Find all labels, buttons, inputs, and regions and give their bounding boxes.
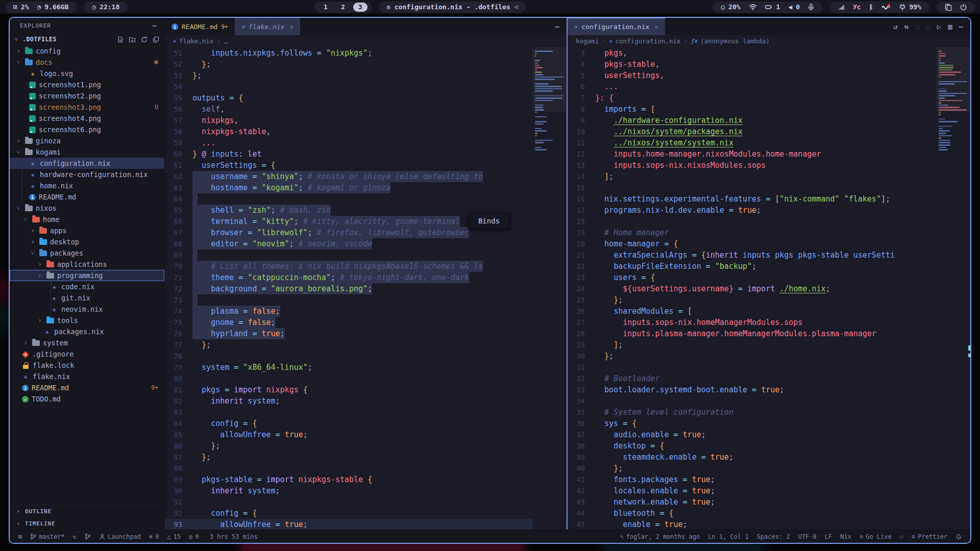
close-icon[interactable]: × [654,23,658,31]
next-change-icon[interactable]: ◌ [926,22,930,31]
code-line-61[interactable]: 61 userSettings = { [165,160,567,171]
status-encoding[interactable]: UTF-8 [795,530,820,543]
code-line-92[interactable]: 92 config = { [165,508,567,519]
timeline-section[interactable]: › TIMELINE [10,517,164,530]
code-line-59[interactable]: 59 ... [165,137,567,148]
code-line-53[interactable]: 53}; [165,70,567,81]
code-line-27[interactable]: 27 inputs.sops-nix.homeManagerModules.so… [568,317,970,328]
minimap-slider[interactable] [937,47,969,111]
tree-item-flake.lock[interactable]: flake.lock [10,360,164,371]
code-line-55[interactable]: 55outputs = { [165,92,567,104]
code-line-70[interactable]: 70 # List all themes: $ nix build nixpkg… [165,261,567,272]
tree-item-logo.svg[interactable]: ✳logo.svg [10,68,164,79]
code-line-32[interactable]: 32 # Bootloader [568,373,970,384]
code-line-10[interactable]: 10 ../nixos/system/packages.nix [568,126,970,137]
code-line-43[interactable]: 43 network.enable = true; [568,496,970,508]
code-line-4[interactable]: 4 pkgs-stable, [568,59,970,70]
wifi-icon[interactable] [749,4,757,10]
plug-icon[interactable]: 99% [899,3,921,11]
code-line-22[interactable]: 22 backupFileExtension = "backup"; [568,261,970,272]
code-line-86[interactable]: 86 }; [165,440,567,452]
status-language-mode[interactable]: Nix [837,530,855,543]
code-line-24[interactable]: 24 ${userSettings.username} = import ./h… [568,283,970,294]
status-source-control-compare[interactable] [81,530,94,543]
tree-item-config[interactable]: ›config [10,45,164,57]
code-line-87[interactable]: 87 }; [165,452,567,463]
tree-item-programming[interactable]: ˅programming [10,270,164,281]
status-github[interactable]: ⚇ [896,530,907,543]
code-line-26[interactable]: 26 sharedModules = [ [568,306,970,317]
status-go-live[interactable]: ⊙Go Live [856,530,895,543]
breadcrumb-item[interactable]: ✳flake.nix [173,37,213,45]
code-line-82[interactable]: 82 inherit system; [165,395,567,407]
tree-item-packages[interactable]: ˅packages [10,247,164,259]
run-icon[interactable]: ▷ [937,22,941,31]
workspace-1[interactable]: 1 [318,3,333,12]
code-line-44[interactable]: 44 bluetooth = { [568,508,970,519]
new-file-icon[interactable] [117,36,124,43]
code-line-3[interactable]: 3 pkgs, [568,47,970,59]
code-line-15[interactable]: 15 [568,182,970,193]
code-line-13[interactable]: 13 inputs.sops-nix.nixosModules.sops [568,160,970,171]
code-line-68[interactable]: 68 editor = "neovim"; # neovim, vscode [165,238,567,249]
status-prettier[interactable]: ⊘Prettier [908,530,951,543]
tree-item-code.nix[interactable]: ✳code.nix [10,281,164,292]
keyboard-layout-icon[interactable]: Ус [853,3,861,11]
code-line-14[interactable]: 14 ]; [568,171,970,182]
code-line-78[interactable]: 78 [165,350,567,362]
status-warnings[interactable]: △15 [164,530,185,543]
status-git-sync[interactable]: ↻ [69,530,80,543]
clipboard-icon[interactable] [945,4,952,11]
tree-item-.gitignore[interactable]: .gitignore [10,348,164,360]
code-line-18[interactable]: 18 [568,216,970,227]
code-line-20[interactable]: 20 home-manager = { [568,238,970,249]
explorer-more-icon[interactable]: ⋯ [153,21,157,30]
breadcrumb-item[interactable]: ƒx(anonymous lambda) [691,37,770,45]
code-line-81[interactable]: 81 pkgs = import nixpkgs { [165,384,567,395]
minimap[interactable] [533,47,566,530]
tree-item-docs[interactable]: ˅docs [10,57,164,68]
tray-app-icon[interactable] [881,4,891,10]
code-line-38[interactable]: 38 desktop = { [568,440,970,452]
code-line-17[interactable]: 17 programs.nix-ld.dev.enable = true; [568,205,970,216]
network-icon[interactable] [838,4,845,10]
tree-item-hardware-configuration.nix[interactable]: ✳hardware-configuration.nix [10,169,164,180]
speaker-icon[interactable]: ◀0 [788,3,800,11]
workspace-3[interactable]: 3 [353,3,368,12]
minimap-slider[interactable] [533,47,566,111]
tree-item-home.nix[interactable]: ✳home.nix [10,180,164,191]
timeline-icon[interactable]: ↺ [893,22,897,31]
tree-item-screenshot4.png[interactable]: screenshot4.png [10,113,164,124]
tree-item-apps[interactable]: ›apps [10,225,164,236]
status-notifications[interactable] [952,530,965,543]
code-line-84[interactable]: 84 config = { [165,418,567,429]
code-line-52[interactable]: 52 }; [165,59,567,70]
new-folder-icon[interactable] [129,36,136,43]
breadcrumb-item[interactable]: … [224,37,228,45]
code-line-23[interactable]: 23 users = { [568,272,970,283]
split-editor-icon[interactable]: ▥ [948,22,952,31]
collapse-folders-icon[interactable] [153,36,159,43]
open-changes-icon[interactable]: ⇆ [904,22,908,31]
code-line-37[interactable]: 37 audio.enable = true; [568,429,970,440]
status-eol[interactable]: LF [821,530,836,543]
code-line-25[interactable]: 25 }; [568,294,970,306]
code-line-41[interactable]: 41 fonts.packages = true; [568,474,970,485]
code-line-30[interactable]: 30 }; [568,350,970,362]
tree-item-desktop[interactable]: ›desktop [10,236,164,247]
code-line-93[interactable]: 93 allowUnfree = true; [165,519,567,530]
code-line-77[interactable]: 77 }; [165,339,567,350]
status-git-blame[interactable]: ✎foglar, 2 months ago [616,530,703,543]
workspace-2[interactable]: 2 [336,3,350,12]
code-line-33[interactable]: 33 boot.loader.systemd-boot.enable = tru… [568,384,970,395]
code-line-89[interactable]: 89 pkgs-stable = import nixpkgs-stable { [165,474,567,485]
tab-configuration.nix[interactable]: ✳configuration.nix× [568,18,665,35]
close-icon[interactable]: × [289,23,293,31]
status-cursor-position[interactable]: Ln 1, Col 1 [704,530,752,543]
code-line-63[interactable]: 63 hostname = "kogami"; # kogami or gino… [165,182,567,193]
breadcrumb-item[interactable]: kogami [576,37,599,45]
tab-README.md[interactable]: iREADME.md9+ [165,18,235,35]
code-line-34[interactable]: 34 [568,395,970,407]
circle-percent-icon[interactable]: ○20% [721,3,740,11]
tree-item-ginoza[interactable]: ›ginoza [10,135,164,146]
